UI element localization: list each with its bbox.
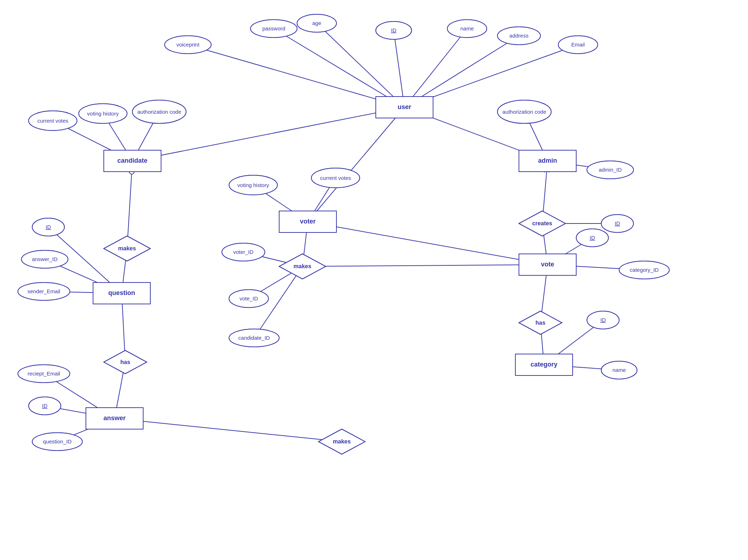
svg-text:reciept_Email: reciept_Email: [28, 370, 60, 377]
svg-text:ID: ID: [615, 220, 620, 226]
svg-text:Email: Email: [571, 41, 585, 48]
svg-text:voter: voter: [300, 218, 316, 225]
svg-text:voiceprint: voiceprint: [176, 41, 200, 48]
svg-text:voting history: voting history: [237, 182, 269, 188]
svg-text:name: name: [460, 25, 474, 31]
svg-text:answer_ID: answer_ID: [32, 256, 58, 262]
svg-text:ID: ID: [42, 403, 48, 409]
svg-line-0: [394, 30, 404, 107]
svg-text:sender_Email: sender_Email: [28, 288, 60, 294]
svg-text:vote: vote: [541, 261, 554, 268]
svg-text:authorization code: authorization code: [502, 109, 547, 115]
svg-line-8: [308, 107, 404, 222]
svg-text:voter_ID: voter_ID: [233, 249, 254, 255]
svg-text:makes: makes: [333, 438, 351, 444]
svg-text:current votes: current votes: [37, 118, 68, 124]
svg-text:ID: ID: [391, 27, 397, 33]
svg-text:name: name: [612, 367, 626, 373]
svg-text:vote_ID: vote_ID: [239, 295, 258, 301]
svg-text:creates: creates: [532, 220, 552, 226]
svg-text:ID: ID: [601, 317, 606, 323]
svg-text:ID: ID: [46, 224, 51, 230]
svg-line-23: [302, 265, 548, 266]
svg-line-1: [274, 29, 404, 107]
svg-text:user: user: [398, 103, 411, 110]
svg-text:has: has: [535, 320, 545, 326]
svg-text:makes: makes: [118, 245, 136, 251]
svg-text:ID: ID: [590, 235, 595, 241]
svg-text:current votes: current votes: [320, 175, 351, 181]
svg-text:question: question: [108, 289, 135, 296]
svg-text:admin_ID: admin_ID: [599, 167, 622, 173]
svg-text:password: password: [262, 25, 285, 31]
svg-text:makes: makes: [293, 263, 311, 269]
svg-text:authorization code: authorization code: [137, 109, 181, 115]
svg-text:age: age: [312, 20, 321, 26]
svg-text:category: category: [530, 361, 557, 368]
svg-text:answer: answer: [103, 414, 126, 422]
svg-text:category_ID: category_ID: [630, 267, 659, 273]
svg-text:question_ID: question_ID: [43, 438, 72, 444]
svg-line-27: [115, 418, 342, 442]
er-diagram: usercandidatevoteradminquestionanswervot…: [0, 0, 748, 560]
svg-line-42: [308, 222, 548, 265]
svg-text:candidate: candidate: [117, 157, 147, 164]
svg-text:has: has: [120, 359, 130, 365]
svg-line-3: [404, 29, 467, 107]
svg-text:admin: admin: [538, 157, 557, 164]
svg-text:candidate_ID: candidate_ID: [238, 335, 270, 341]
svg-text:voting history: voting history: [87, 110, 119, 117]
svg-text:address: address: [509, 33, 528, 39]
diagram-svg: usercandidatevoteradminquestionanswervot…: [0, 0, 748, 560]
